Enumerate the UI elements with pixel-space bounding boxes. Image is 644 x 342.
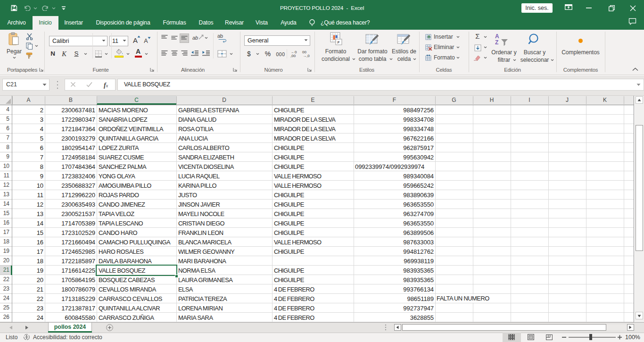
svg-text:Z: Z (495, 39, 498, 46)
svg-text:≠: ≠ (337, 40, 340, 45)
svg-text:,00: ,00 (290, 54, 296, 58)
svg-text:A: A (495, 33, 499, 40)
svg-text:→,0: →,0 (303, 54, 310, 58)
